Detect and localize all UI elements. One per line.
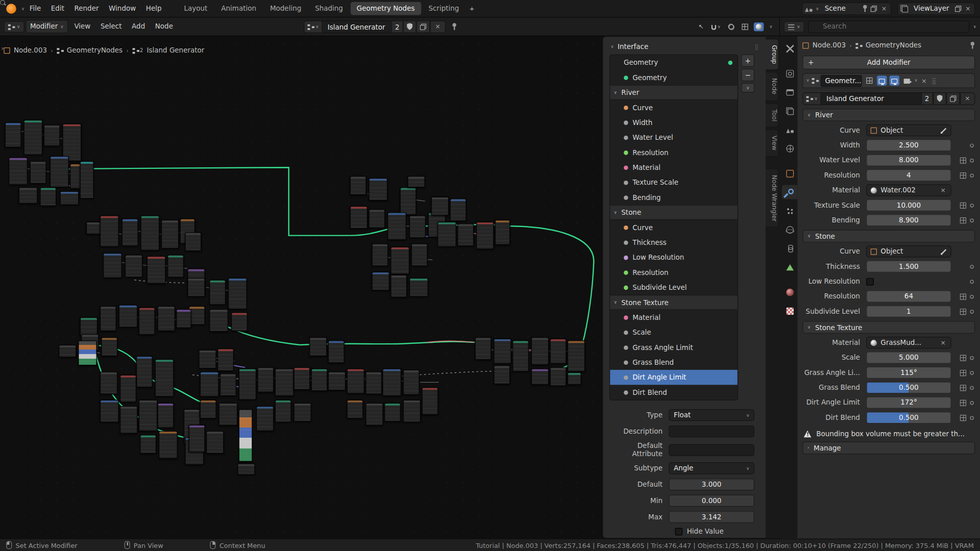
graph-node[interactable] [100, 400, 119, 422]
group-name-field[interactable]: Island Generator [323, 20, 391, 33]
search-input[interactable] [823, 22, 964, 31]
graph-node[interactable] [512, 340, 529, 371]
graph-node[interactable] [403, 370, 420, 395]
prop-value-dirt-angle-limit[interactable]: 172° [866, 397, 951, 409]
field-type[interactable]: Float∨ [669, 409, 754, 421]
hide-value-checkbox[interactable] [675, 528, 682, 535]
node-canvas[interactable]: › Node.003 › GeometryNodes › 2 Island Ge… [0, 36, 780, 538]
graph-node[interactable] [390, 275, 407, 297]
interface-item-subdivide-level[interactable]: Subdivide Level [610, 280, 738, 295]
tab-world[interactable] [782, 141, 798, 156]
graph-node[interactable] [101, 337, 117, 356]
manage-panel-header[interactable]: › Manage [802, 442, 975, 454]
prop-value-resolution[interactable]: 64 [866, 290, 951, 302]
pin-icon[interactable] [863, 5, 868, 12]
graph-node[interactable] [228, 278, 247, 309]
graph-node[interactable] [78, 340, 97, 365]
input-attribute-icon[interactable] [960, 399, 966, 406]
interface-item-material[interactable]: Material [610, 310, 738, 324]
graph-node[interactable] [347, 400, 363, 419]
interface-group-stone-texture[interactable]: ∨Stone Texture [610, 295, 738, 310]
close-icon[interactable]: × [920, 77, 928, 84]
graph-node[interactable] [400, 187, 416, 215]
users-count-badge[interactable]: 2 [921, 92, 933, 105]
field-subtype[interactable]: Angle∨ [669, 462, 754, 474]
graph-node[interactable] [347, 368, 364, 393]
decorator-dot-icon[interactable] [970, 158, 973, 162]
decorator-dot-icon[interactable] [970, 204, 973, 207]
checkbox[interactable] [866, 278, 874, 285]
graph-node[interactable] [422, 387, 438, 415]
graph-node[interactable] [200, 400, 216, 419]
menu-file[interactable]: File [24, 3, 46, 14]
tab-material[interactable] [782, 285, 798, 299]
prop-value-scale[interactable]: 5.000 [866, 352, 951, 363]
field-default-attribute[interactable] [669, 444, 754, 456]
graph-node[interactable] [494, 339, 511, 364]
sidebar-tab-node-wrangler[interactable]: Node Wrangler [766, 168, 779, 228]
overlays-toggle[interactable] [754, 22, 764, 31]
new-viewlayer-icon[interactable] [955, 5, 961, 11]
graph-node[interactable] [219, 403, 238, 425]
render-toggle[interactable] [902, 76, 912, 86]
graph-node[interactable] [40, 187, 56, 206]
decorator-dot-icon[interactable] [970, 143, 973, 147]
tab-object[interactable] [782, 166, 798, 181]
fake-user-button[interactable] [403, 20, 416, 33]
tab-texture[interactable] [782, 304, 798, 318]
graph-node[interactable] [159, 431, 178, 459]
editor-menu-node[interactable]: Node [150, 20, 178, 32]
graph-node[interactable] [294, 367, 310, 390]
graph-node[interactable] [5, 122, 21, 147]
interface-item-water-level[interactable]: Water Level [610, 130, 738, 145]
tab-modifiers[interactable] [782, 185, 798, 199]
graph-node[interactable] [365, 403, 383, 425]
graph-node[interactable] [50, 156, 69, 187]
graph-node[interactable] [309, 337, 327, 356]
grip-icon[interactable]: ⣿ [754, 43, 759, 49]
graph-node[interactable] [140, 435, 156, 454]
graph-node[interactable] [231, 312, 248, 331]
decorator-dot-icon[interactable] [970, 265, 973, 268]
browse-group-button[interactable]: ∨ [802, 92, 821, 105]
interface-item-curve[interactable]: Curve [610, 100, 738, 115]
graph-node[interactable] [437, 222, 456, 247]
breadcrumb-modifier[interactable]: GeometryNodes [67, 46, 122, 55]
graph-node[interactable] [167, 255, 184, 278]
graph-node[interactable] [185, 233, 201, 252]
modifier-extras-icon[interactable]: ∨ [915, 78, 918, 83]
editor-type-button[interactable]: ∨ [4, 21, 24, 32]
new-scene-icon[interactable] [871, 5, 877, 11]
decorator-dot-icon[interactable] [970, 401, 973, 405]
graph-node[interactable] [100, 215, 119, 246]
prop-object-curve[interactable]: Object [866, 124, 951, 136]
graph-node[interactable] [209, 280, 226, 305]
graph-node[interactable] [120, 375, 136, 403]
graph-node[interactable] [384, 403, 401, 422]
input-attribute-icon[interactable] [960, 217, 966, 223]
sidebar-tab-view[interactable]: View [766, 129, 779, 157]
overlays-dropdown[interactable]: ∨ [768, 23, 775, 31]
interface-item-texture-scale[interactable]: Texture Scale [610, 175, 738, 190]
modifier-panel-header[interactable]: ∨ Geometr... ∨ × ⣿ [802, 73, 975, 88]
input-attribute-icon[interactable] [960, 414, 966, 420]
graph-node[interactable] [19, 187, 38, 204]
add-socket-button[interactable]: + [741, 55, 754, 67]
field-description[interactable] [669, 425, 754, 437]
graph-node[interactable] [409, 278, 428, 297]
graph-node[interactable] [100, 306, 116, 331]
tab-scene[interactable] [782, 122, 798, 137]
prop-value-grass-blend[interactable]: 0.500 [866, 382, 951, 393]
workspace-tab-animation[interactable]: Animation [215, 2, 262, 15]
region-toggle-icon[interactable]: › [1, 45, 4, 52]
viewlayer-selector[interactable]: ViewLayer × [897, 2, 975, 14]
graph-node[interactable] [409, 215, 426, 238]
close-icon[interactable]: × [880, 5, 888, 12]
graph-node[interactable] [62, 123, 81, 161]
graph-node[interactable] [550, 367, 567, 386]
decorator-dot-icon[interactable] [970, 356, 973, 359]
close-icon[interactable]: × [939, 339, 947, 346]
workspace-tab-geometry-nodes[interactable]: Geometry Nodes [351, 2, 421, 15]
decorator-dot-icon[interactable] [970, 218, 973, 222]
graph-node[interactable] [206, 431, 224, 454]
